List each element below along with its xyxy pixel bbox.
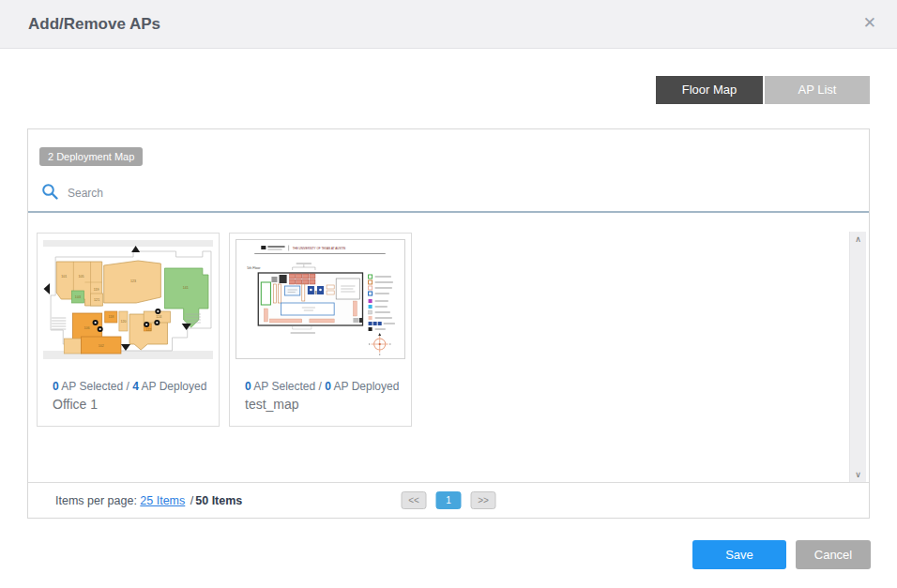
svg-text:103: 103	[75, 295, 81, 299]
close-icon[interactable]: ✕	[863, 14, 876, 33]
svg-text:THE UNIVERSITY OF TEXAS AT AUS: THE UNIVERSITY OF TEXAS AT AUSTIN	[293, 247, 346, 250]
page-size-link[interactable]: 25 Items	[140, 494, 185, 507]
svg-text:121: 121	[94, 298, 99, 302]
svg-text:124: 124	[156, 315, 161, 319]
ap-stats: 0 AP Selected / 4 AP Deployed	[53, 380, 219, 393]
selected-count: 0	[53, 380, 59, 393]
svg-text:119: 119	[94, 288, 99, 292]
svg-text:105: 105	[78, 275, 84, 279]
page-title: Add/Remove APs	[28, 0, 160, 48]
save-button[interactable]: Save	[692, 540, 786, 569]
map-card-office-1[interactable]: 101 105 119 103 121 123 141 106 118 120 …	[37, 233, 220, 427]
floor-plan-thumbnail: 101 105 119 103 121 123 141 106 118 120 …	[43, 239, 213, 359]
total-items: 50 Items	[195, 494, 242, 507]
ap-stats: 0 AP Selected / 0 AP Deployed	[245, 380, 411, 393]
svg-text:120: 120	[120, 320, 126, 324]
scroll-up-icon[interactable]: ∧	[850, 234, 866, 244]
search-bar	[28, 174, 869, 213]
current-page-button[interactable]: 1	[436, 491, 462, 509]
pagination-bar: Items per page: 25 Items /50 Items << 1 …	[28, 482, 869, 518]
items-per-page: Items per page: 25 Items /50 Items	[55, 494, 242, 507]
svg-text:118: 118	[108, 315, 114, 319]
scroll-down-icon[interactable]: ∨	[850, 470, 866, 479]
map-name: Office 1	[53, 397, 219, 412]
items-per-page-label: Items per page:	[55, 494, 137, 507]
card-caption: 0 AP Selected / 4 AP Deployed Office 1	[53, 380, 219, 412]
maps-list: 101 105 119 103 121 123 141 106 118 120 …	[28, 213, 869, 485]
selected-count: 0	[245, 380, 251, 393]
cancel-button[interactable]: Cancel	[796, 540, 871, 569]
floor-map-panel: 2 Deployment Map	[27, 128, 870, 519]
svg-text:101: 101	[61, 275, 67, 279]
prev-page-button[interactable]: <<	[402, 491, 427, 509]
map-name: test_map	[245, 397, 411, 412]
deployed-count: 4	[132, 380, 139, 393]
search-input[interactable]	[66, 181, 445, 205]
svg-text:122: 122	[145, 328, 151, 332]
svg-text:123: 123	[130, 279, 136, 283]
floor-plan-thumbnail: THE UNIVERSITY OF TEXAS AT AUSTIN 5th Fl…	[236, 239, 405, 359]
svg-text:102: 102	[99, 344, 104, 348]
svg-text:141: 141	[183, 286, 189, 290]
dialog-header: Add/Remove APs ✕	[0, 0, 897, 49]
map-card-test-map[interactable]: THE UNIVERSITY OF TEXAS AT AUSTIN 5th Fl…	[229, 233, 412, 427]
vertical-scrollbar[interactable]: ∧ ∨	[849, 232, 866, 482]
deployed-count: 0	[325, 380, 331, 393]
next-page-button[interactable]: >>	[471, 491, 496, 509]
svg-text:106: 106	[84, 326, 89, 330]
search-icon	[41, 183, 59, 201]
view-tabs: Floor Map AP List	[656, 76, 870, 104]
pager: << 1 >>	[402, 491, 496, 509]
tab-floor-map[interactable]: Floor Map	[656, 76, 763, 104]
deployment-map-count-badge: 2 Deployment Map	[39, 147, 143, 166]
tab-ap-list[interactable]: AP List	[765, 76, 870, 104]
card-caption: 0 AP Selected / 0 AP Deployed test_map	[245, 380, 411, 412]
svg-text:5th Floor: 5th Floor	[247, 266, 261, 270]
